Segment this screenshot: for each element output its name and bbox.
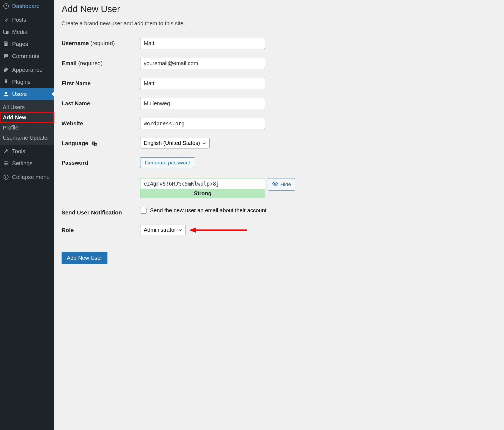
page-subtitle: Create a brand new user and add them to … — [62, 20, 496, 27]
collapse-icon — [3, 174, 9, 180]
email-label: Email (required) — [62, 58, 140, 67]
submenu-item-all-users[interactable]: All Users — [0, 102, 54, 112]
username-label: Username (required) — [62, 38, 140, 46]
svg-marker-18 — [189, 228, 196, 233]
admin-sidebar: Dashboard Posts Media Pages Comments App… — [0, 0, 54, 430]
sidebar-item-label: Tools — [12, 148, 25, 155]
svg-point-1 — [5, 5, 6, 6]
add-new-user-button[interactable]: Add New User — [62, 252, 107, 264]
chevron-down-icon — [178, 228, 183, 233]
website-label: Website — [62, 118, 140, 127]
language-select[interactable]: English (United States) — [140, 138, 210, 148]
wrench-icon — [3, 148, 9, 154]
chevron-down-icon — [202, 141, 207, 146]
role-label: Role — [62, 225, 140, 233]
submenu-item-profile[interactable]: Profile — [0, 123, 54, 133]
first-name-label: First Name — [62, 78, 140, 87]
users-submenu: All Users Add New Profile Username Updat… — [0, 100, 54, 145]
send-notification-checkbox[interactable] — [140, 207, 147, 214]
svg-point-6 — [5, 92, 7, 94]
email-input[interactable] — [140, 58, 265, 69]
translate-icon: A文 — [92, 141, 98, 147]
sidebar-item-comments[interactable]: Comments — [0, 50, 54, 62]
last-name-input[interactable] — [140, 98, 265, 109]
sidebar-item-label: Posts — [12, 16, 26, 23]
brush-icon — [3, 67, 9, 73]
submenu-item-username-updater[interactable]: Username Updater — [0, 133, 54, 143]
sidebar-item-label: Plugins — [12, 79, 31, 85]
sidebar-item-label: Media — [12, 29, 27, 35]
language-label: Language A文 — [62, 138, 140, 147]
password-strength-indicator: Strong — [140, 189, 265, 198]
user-icon — [3, 91, 9, 97]
plug-icon — [3, 79, 9, 85]
website-input[interactable] — [140, 118, 265, 129]
last-name-label: Last Name — [62, 98, 140, 107]
sidebar-item-users[interactable]: Users — [0, 88, 54, 100]
svg-point-10 — [4, 175, 9, 180]
sidebar-item-label: Settings — [12, 160, 32, 167]
svg-rect-5 — [5, 43, 7, 46]
sidebar-item-pages[interactable]: Pages — [0, 38, 54, 50]
sliders-icon — [3, 160, 9, 166]
send-notification-text: Send the new user an email about their a… — [150, 207, 268, 214]
submenu-item-add-new[interactable]: Add New — [0, 112, 54, 123]
send-notification-label: Send User Notification — [62, 207, 140, 216]
svg-text:文: 文 — [94, 143, 96, 146]
password-label: Password — [62, 157, 140, 166]
eye-slash-icon — [272, 181, 278, 188]
svg-rect-3 — [6, 31, 9, 34]
annotation-arrow — [189, 227, 247, 233]
page-title: Add New User — [62, 4, 496, 14]
svg-point-7 — [5, 161, 6, 162]
first-name-input[interactable] — [140, 78, 265, 89]
svg-text:A: A — [93, 142, 94, 144]
pin-icon — [3, 17, 9, 23]
sidebar-item-label: Appearance — [12, 67, 43, 73]
sidebar-item-appearance[interactable]: Appearance — [0, 64, 54, 76]
sidebar-item-label: Dashboard — [12, 3, 40, 9]
dashboard-icon — [3, 3, 9, 9]
main-content: Add New User Create a brand new user and… — [54, 0, 504, 430]
pages-icon — [3, 41, 9, 47]
collapse-menu-button[interactable]: Collapse menu — [0, 171, 54, 183]
media-icon — [3, 29, 9, 35]
sidebar-item-media[interactable]: Media — [0, 26, 54, 38]
sidebar-item-label: Comments — [12, 53, 39, 59]
svg-point-8 — [6, 163, 7, 164]
sidebar-item-label: Users — [12, 91, 27, 97]
sidebar-item-dashboard[interactable]: Dashboard — [0, 0, 54, 12]
username-input[interactable] — [140, 38, 265, 49]
svg-point-9 — [5, 164, 6, 166]
sidebar-item-label: Pages — [12, 41, 28, 47]
hide-password-button[interactable]: Hide — [268, 178, 295, 191]
password-input[interactable] — [140, 178, 265, 189]
generate-password-button[interactable]: Generate password — [140, 157, 195, 168]
role-select[interactable]: Administrator — [140, 225, 186, 235]
sidebar-item-settings[interactable]: Settings — [0, 157, 54, 169]
sidebar-item-posts[interactable]: Posts — [0, 14, 54, 26]
sidebar-item-tools[interactable]: Tools — [0, 145, 54, 157]
comment-icon — [3, 53, 9, 59]
collapse-label: Collapse menu — [12, 174, 50, 180]
sidebar-item-plugins[interactable]: Plugins — [0, 76, 54, 88]
